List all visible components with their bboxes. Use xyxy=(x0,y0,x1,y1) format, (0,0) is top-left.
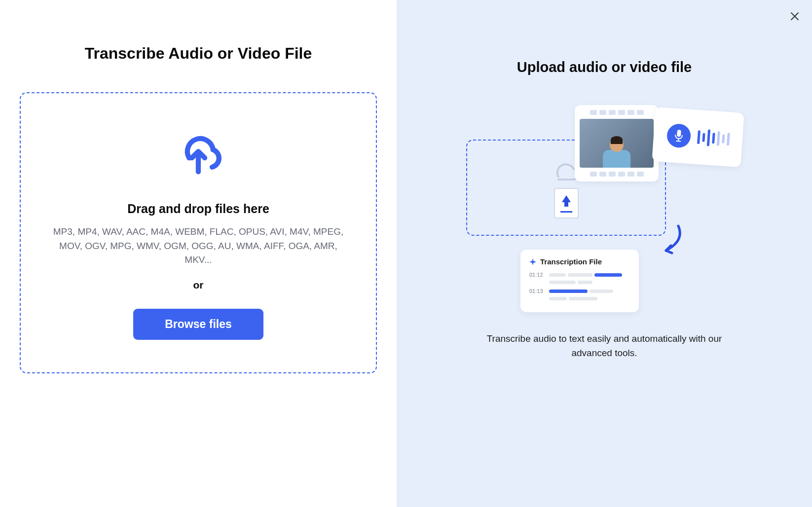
or-divider: or xyxy=(193,279,204,291)
transcription-card-title: Transcription File xyxy=(540,257,602,266)
document-upload-icon xyxy=(554,188,579,218)
close-button[interactable] xyxy=(787,9,802,24)
waveform-icon xyxy=(697,129,730,147)
film-strip-icon xyxy=(580,172,654,177)
supported-formats: MP3, MP4, WAV, AAC, M4A, WEBM, FLAC, OPU… xyxy=(45,225,351,267)
illustration-video-card xyxy=(575,105,659,181)
left-panel: Transcribe Audio or Video File Drag and … xyxy=(0,0,397,507)
close-icon xyxy=(790,11,800,21)
film-strip-icon xyxy=(580,110,654,115)
transcript-timestamp: 01:12 xyxy=(529,272,544,278)
illustration-audio-card xyxy=(652,107,744,167)
file-dropzone[interactable]: Drag and drop files here MP3, MP4, WAV, … xyxy=(20,92,377,373)
browse-files-button[interactable]: Browse files xyxy=(133,309,263,340)
arrow-curve-icon xyxy=(651,223,686,258)
sparkle-icon xyxy=(529,258,536,265)
drop-heading: Drag and drop files here xyxy=(127,202,269,216)
transcript-timestamp: 01:13 xyxy=(529,288,544,294)
right-panel-title: Upload audio or video file xyxy=(517,59,692,75)
upload-illustration: Transcription File 01:12 01:13 xyxy=(466,105,742,312)
right-panel: Upload audio or video file xyxy=(397,0,812,507)
illustration-transcription-card: Transcription File 01:12 01:13 xyxy=(520,250,639,312)
microphone-icon xyxy=(666,123,691,148)
right-panel-description: Transcribe audio to text easily and auto… xyxy=(476,332,733,360)
video-thumbnail xyxy=(580,119,654,168)
page-title: Transcribe Audio or Video File xyxy=(20,44,377,63)
svg-rect-0 xyxy=(676,130,681,137)
cloud-upload-icon xyxy=(171,128,226,177)
